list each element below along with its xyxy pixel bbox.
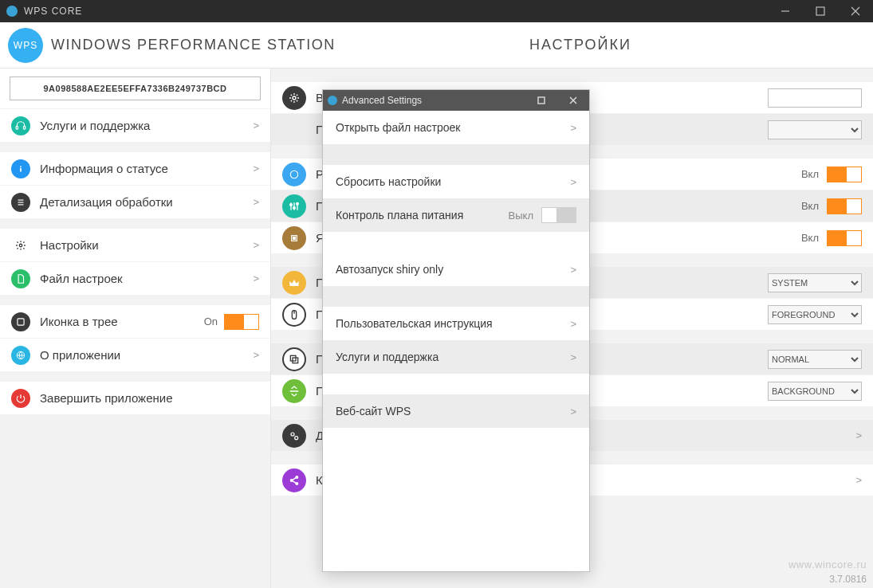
sidebar-item-label: Иконка в трее — [40, 315, 204, 328]
sidebar-item-tray-icon[interactable]: Иконка в трее On — [0, 304, 270, 338]
modal-row-label: Веб-сайт WPS — [336, 405, 570, 417]
svg-point-30 — [290, 479, 293, 481]
chevron-right-icon: > — [253, 239, 259, 251]
modal-row-label: Контроль плана питания — [336, 209, 509, 221]
svg-rect-12 — [18, 318, 24, 324]
svg-line-34 — [293, 480, 296, 483]
svg-point-31 — [296, 476, 298, 478]
app-title: WPS CORE — [24, 6, 82, 17]
svg-point-29 — [295, 436, 298, 439]
crown-icon — [282, 271, 306, 295]
sidebar-item-status[interactable]: Информация о статусе > — [0, 151, 270, 185]
chevron-right-icon: > — [855, 429, 862, 441]
modal-row-manual[interactable]: Пользовательская инструкция > — [323, 307, 589, 340]
chevron-right-icon: > — [570, 318, 576, 330]
chevron-right-icon: > — [570, 264, 576, 276]
power-plan-toggle[interactable] — [541, 207, 576, 223]
window-minimize-button[interactable] — [768, 0, 803, 22]
setting-text-input[interactable] — [768, 88, 862, 108]
setting-select-foreground[interactable]: FOREGROUND — [768, 305, 862, 324]
sidebar-item-label: Настройки — [40, 238, 253, 252]
sidebar-item-label: Файл настроек — [40, 272, 253, 285]
chevron-right-icon: > — [570, 122, 576, 134]
cpu-icon — [282, 226, 306, 250]
modal-close-button[interactable] — [557, 90, 589, 111]
file-icon — [11, 269, 30, 288]
gear-icon — [11, 236, 30, 255]
chevron-right-icon: > — [570, 406, 576, 417]
modal-row-support[interactable]: Услуги и поддержка > — [323, 340, 589, 374]
sidebar-item-quit[interactable]: Завершить приложение — [0, 381, 270, 414]
setting-toggle[interactable] — [827, 198, 862, 214]
setting-select-background[interactable]: BACKGROUND — [768, 382, 862, 401]
svg-line-33 — [293, 477, 296, 480]
chevron-right-icon: > — [253, 163, 259, 174]
setting-select-system[interactable]: SYSTEM — [768, 273, 862, 292]
headset-icon — [11, 116, 30, 135]
chevron-right-icon: > — [253, 272, 259, 284]
svg-rect-4 — [16, 126, 18, 129]
app-logo-dot — [6, 6, 18, 17]
app-logo: WPS — [8, 28, 43, 63]
sidebar-item-label: Услуги и поддержка — [40, 119, 253, 132]
modal-title: Advanced Settings — [342, 95, 422, 106]
recycle-icon — [282, 379, 306, 403]
modal-row-autorun[interactable]: Автозапуск shiry only > — [323, 253, 589, 286]
setting-toggle[interactable] — [827, 230, 862, 246]
serial-wrap: 9A098588AE2EE5EFFA7336B249737BCD — [0, 69, 270, 108]
svg-point-15 — [290, 171, 297, 178]
app-header: WPS WINDOWS PERFORMANCE STATION НАСТРОЙК… — [0, 22, 873, 69]
svg-rect-7 — [20, 167, 22, 171]
page-title: НАСТРОЙКИ — [336, 37, 873, 53]
modal-titlebar[interactable]: Advanced Settings — [323, 90, 589, 111]
svg-rect-5 — [24, 126, 26, 129]
globe-icon — [11, 346, 30, 365]
window-maximize-button[interactable] — [803, 0, 838, 22]
toggle-state-text: Вкл — [801, 232, 819, 244]
sidebar-item-config-file[interactable]: Файл настроек > — [0, 261, 270, 295]
modal-row-website[interactable]: Веб-сайт WPS > — [323, 394, 589, 428]
chevron-right-icon: > — [253, 120, 259, 131]
svg-point-14 — [293, 96, 296, 100]
sidebar-item-label: Завершить приложение — [40, 391, 259, 405]
brain-icon — [282, 163, 306, 186]
mouse-icon — [282, 303, 306, 327]
svg-point-32 — [296, 482, 298, 484]
sliders-icon — [282, 194, 306, 218]
window-close-button[interactable] — [838, 0, 873, 22]
sidebar-item-label: Детализация обработки — [40, 195, 253, 209]
modal-row-label: Услуги и поддержка — [336, 351, 570, 363]
svg-point-11 — [19, 244, 22, 247]
modal-row-power-plan[interactable]: Контроль плана питания Выкл — [323, 198, 589, 232]
svg-point-20 — [293, 206, 296, 209]
svg-rect-27 — [293, 358, 298, 363]
chevron-right-icon: > — [253, 349, 259, 361]
toggle-state-text: Вкл — [801, 200, 819, 212]
share-icon — [282, 468, 306, 492]
app-titlebar: WPS CORE — [0, 0, 873, 22]
modal-logo-dot — [328, 96, 337, 105]
tray-icon-toggle[interactable] — [224, 314, 259, 330]
toggle-state-text: Выкл — [509, 210, 533, 221]
setting-select[interactable] — [768, 120, 862, 139]
svg-rect-35 — [538, 97, 545, 104]
advanced-settings-modal: Advanced Settings Открыть файл настроек … — [322, 89, 590, 572]
setting-toggle[interactable] — [827, 167, 862, 182]
footer-version: 3.7.0816 — [829, 574, 867, 585]
modal-maximize-button[interactable] — [525, 90, 557, 111]
modal-row-label: Сбросить настройки — [336, 175, 570, 188]
modal-row-open-config[interactable]: Открыть файл настроек > — [323, 111, 589, 144]
serial-number[interactable]: 9A098588AE2EE5EFFA7336B249737BCD — [10, 76, 261, 100]
tray-icon — [11, 312, 30, 331]
info-icon — [11, 159, 30, 178]
sidebar-item-about[interactable]: О приложении > — [0, 338, 270, 371]
setting-select-normal[interactable]: NORMAL — [768, 350, 862, 369]
modal-row-reset[interactable]: Сбросить настройки > — [323, 165, 589, 198]
sidebar-item-detail[interactable]: Детализация обработки > — [0, 185, 270, 218]
main-panel: В П Реж Вкл При Вкл Ядр Вкл — [271, 69, 873, 588]
chevron-right-icon: > — [570, 176, 576, 188]
modal-row-label: Открыть файл настроек — [336, 121, 570, 134]
sidebar-item-support[interactable]: Услуги и поддержка > — [0, 108, 270, 142]
sidebar-item-settings[interactable]: Настройки > — [0, 228, 270, 261]
sidebar: 9A098588AE2EE5EFFA7336B249737BCD Услуги … — [0, 69, 271, 588]
